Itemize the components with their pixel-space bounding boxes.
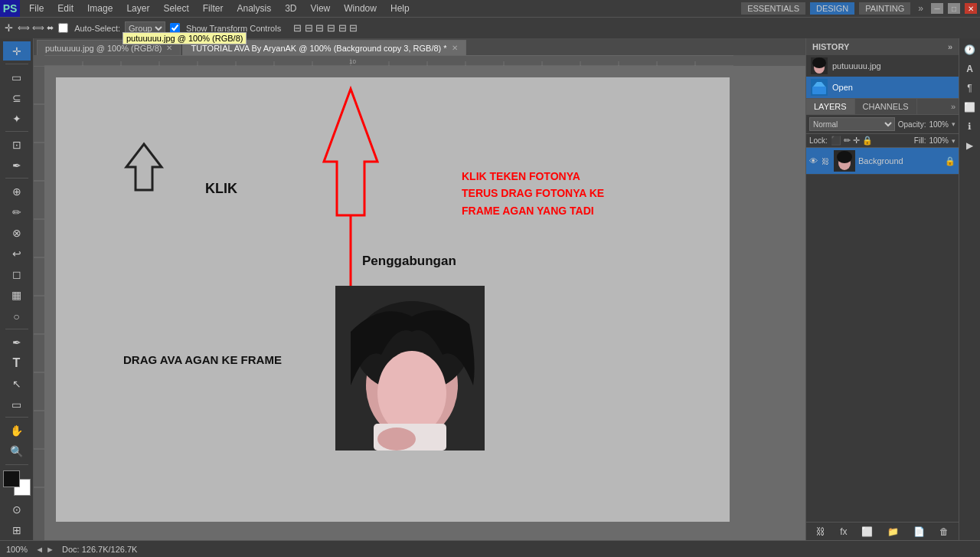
window-minimize[interactable]: ─ (931, 3, 943, 14)
menu-view[interactable]: View (307, 2, 333, 15)
tab-close-tutorial[interactable]: ✕ (452, 44, 458, 52)
penggabungan-text: Penggabungan (362, 254, 456, 269)
delete-layer-btn[interactable]: 🗑 (939, 526, 949, 537)
marquee-tool[interactable]: ▭ (3, 67, 31, 87)
pen-tool[interactable]: ✒ (3, 333, 31, 352)
tab-layers[interactable]: LAYERS (806, 99, 855, 114)
history-item-label-open: Open (832, 83, 853, 92)
lock-pixels-icon[interactable]: ⬛ (831, 136, 841, 146)
opacity-value: 100% (929, 120, 949, 129)
layers-panel-expand[interactable]: » (948, 99, 959, 114)
window-maximize[interactable]: □ (948, 3, 960, 14)
history-thumb-open (811, 79, 828, 96)
layer-style-btn[interactable]: fx (840, 526, 847, 537)
opacity-arrow[interactable]: ▾ (952, 120, 956, 128)
type-tool[interactable]: T (3, 353, 31, 372)
nav-arrows[interactable]: ◄ ► (35, 545, 54, 554)
new-group-btn[interactable]: 📁 (887, 526, 899, 537)
fill-arrow[interactable]: ▾ (952, 137, 956, 145)
history-item-open[interactable]: Open (806, 77, 959, 98)
clone-stamp-tool[interactable]: ⊗ (3, 224, 31, 243)
color-swatches[interactable] (3, 470, 31, 495)
tool-separator-1 (5, 64, 28, 64)
layers-tabs: LAYERS CHANNELS » (806, 99, 959, 115)
move-tool[interactable]: ✛ (3, 41, 31, 61)
lock-all-icon[interactable]: 🔒 (862, 136, 873, 146)
menu-items: File Edit Image Layer Select Filter Anal… (20, 2, 419, 15)
screen-mode-toggle[interactable]: ⊞ (3, 521, 31, 540)
crop-tool[interactable]: ⊡ (3, 135, 31, 154)
up-arrow-icon (123, 140, 165, 196)
history-panel-btn[interactable]: 🕐 (962, 41, 978, 58)
ruler-vertical (34, 66, 44, 540)
history-list: putuuuuu.jpg Open (806, 55, 959, 98)
tool-separator-6 (5, 464, 28, 465)
menu-select[interactable]: Select (160, 2, 191, 15)
svg-point-38 (377, 351, 446, 435)
lasso-tool[interactable]: ⊆ (3, 88, 31, 107)
window-close[interactable]: ✕ (965, 3, 977, 14)
menu-3d[interactable]: 3D (282, 2, 299, 15)
menu-window[interactable]: Window (341, 2, 380, 15)
auto-select-label: Auto-Select: (74, 24, 120, 33)
ruler-corner (34, 55, 44, 66)
color-panel-btn[interactable]: ⬜ (962, 99, 978, 116)
menu-image[interactable]: Image (84, 2, 116, 15)
info-panel-btn[interactable]: ℹ (962, 118, 978, 135)
path-selection-tool[interactable]: ↖ (3, 374, 31, 393)
link-layers-btn[interactable]: ⛓ (816, 526, 825, 537)
doc-size: Doc: 126.7K/126.7K (62, 545, 137, 554)
eyedropper-tool[interactable]: ✒ (3, 156, 31, 175)
tab-channels[interactable]: CHANNELS (855, 99, 917, 114)
quick-mask-tool[interactable]: ⊙ (3, 500, 31, 519)
foreground-color-swatch[interactable] (3, 470, 20, 487)
menu-filter[interactable]: Filter (200, 2, 227, 15)
zoom-tool[interactable]: 🔍 (3, 441, 31, 460)
tab-close-putuuuuu[interactable]: ✕ (166, 44, 172, 52)
lock-transparency-icon[interactable]: ✛ (853, 136, 860, 146)
design-btn[interactable]: DESIGN (810, 2, 854, 15)
menu-analysis[interactable]: Analysis (234, 2, 274, 15)
history-brush-tool[interactable]: ↩ (3, 244, 31, 264)
paragraph-panel-btn[interactable]: ¶ (962, 80, 978, 97)
blend-mode-select[interactable]: Normal Multiply Screen Overlay (809, 117, 895, 131)
align-icons: ⊟ ⊟ ⊟ ⊟ ⊟ ⊟ (293, 22, 358, 34)
actions-panel-btn[interactable]: ▶ (962, 137, 978, 154)
hand-tool[interactable]: ✋ (3, 421, 31, 440)
red-instruction-text: KLIK TEKEN FOTONYA TERUS DRAG FOTONYA KE… (462, 168, 604, 219)
photo-placeholder (335, 286, 485, 451)
layer-thumb-background (834, 150, 855, 172)
menu-layer[interactable]: Layer (123, 2, 152, 15)
svg-point-40 (377, 428, 416, 451)
healing-brush-tool[interactable]: ⊕ (3, 182, 31, 201)
dodge-tool[interactable]: ○ (3, 306, 31, 326)
essentials-btn[interactable]: ESSENTIALS (741, 2, 805, 15)
painting-btn[interactable]: PAINTING (859, 2, 910, 15)
lock-position-icon[interactable]: ✏ (844, 136, 851, 146)
svg-rect-45 (812, 87, 826, 94)
layer-item-background[interactable]: 👁 ⛓ Background 🔒 (806, 148, 959, 175)
auto-select-checkbox[interactable] (58, 23, 68, 33)
shape-tool[interactable]: ▭ (3, 395, 31, 414)
new-layer-btn[interactable]: 📄 (913, 526, 925, 537)
magic-wand-tool[interactable]: ✦ (3, 109, 31, 128)
menu-edit[interactable]: Edit (54, 2, 77, 15)
tool-separator-4 (5, 329, 28, 329)
options-bar: ✛ ⟺ ⟺ ⬌ Auto-Select: Group Layer Show Tr… (0, 17, 980, 38)
eraser-tool[interactable]: ◻ (3, 265, 31, 284)
character-panel-btn[interactable]: A (962, 61, 978, 77)
layer-mask-btn[interactable]: ⬜ (861, 526, 873, 537)
history-title: HISTORY (812, 42, 849, 51)
move-tool-icon: ✛ (5, 22, 13, 34)
menu-file[interactable]: File (26, 2, 47, 15)
menu-help[interactable]: Help (387, 2, 413, 15)
statusbar: 100% ◄ ► Doc: 126.7K/126.7K (0, 540, 980, 557)
history-item-putuuuuu[interactable]: putuuuuu.jpg (806, 55, 959, 77)
layer-visibility-eye[interactable]: 👁 (809, 156, 820, 165)
brush-tool[interactable]: ✏ (3, 202, 31, 221)
gradient-tool[interactable]: ▦ (3, 286, 31, 305)
svg-point-49 (837, 151, 852, 163)
history-panel: HISTORY » putuuuuu.jpg (806, 38, 959, 99)
canvas-scroll[interactable]: KLIK Penggabungan KLIK TEKEN FOTO (44, 66, 805, 540)
opacity-label: Opacity: (898, 120, 926, 129)
